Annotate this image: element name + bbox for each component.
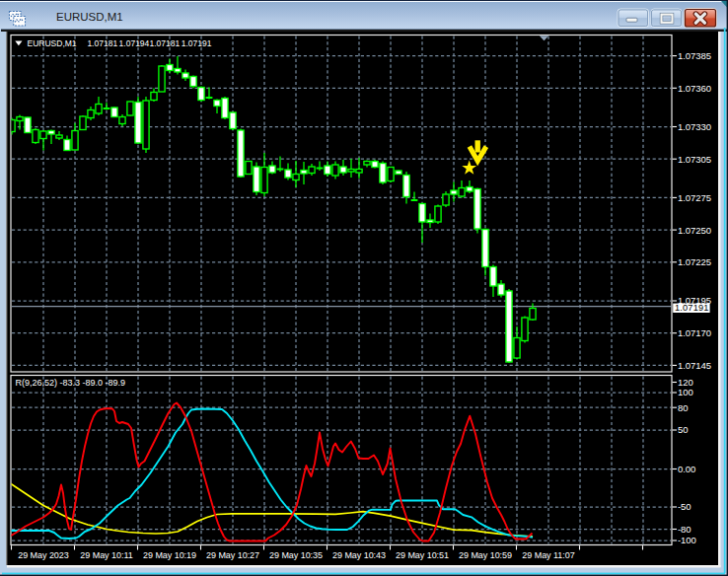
svg-text:1.07145: 1.07145 <box>678 360 711 371</box>
svg-text:1.07225: 1.07225 <box>678 256 711 267</box>
svg-text:1.07170: 1.07170 <box>678 327 711 338</box>
svg-text:1.07191: 1.07191 <box>675 303 709 313</box>
svg-text:29 May 10:43: 29 May 10:43 <box>332 550 386 560</box>
svg-text:EURUSD,M1: EURUSD,M1 <box>56 11 123 23</box>
svg-text:1.07360: 1.07360 <box>678 83 711 94</box>
svg-text:29 May 10:59: 29 May 10:59 <box>459 550 512 560</box>
svg-text:120: 120 <box>678 377 693 388</box>
svg-text:-50: -50 <box>678 501 692 512</box>
svg-text:1.07330: 1.07330 <box>678 121 711 132</box>
svg-text:0.00: 0.00 <box>678 464 695 474</box>
svg-text:1.07250: 1.07250 <box>678 225 711 236</box>
svg-text:29 May 10:35: 29 May 10:35 <box>269 550 323 560</box>
svg-text:29 May 10:19: 29 May 10:19 <box>143 550 196 560</box>
svg-text:100: 100 <box>678 387 693 397</box>
svg-text:80: 80 <box>678 402 688 413</box>
svg-text:29 May 10:51: 29 May 10:51 <box>396 550 449 560</box>
svg-text:1.07385: 1.07385 <box>678 50 711 61</box>
svg-text:50: 50 <box>678 424 688 435</box>
svg-text:29 May 10:27: 29 May 10:27 <box>206 550 259 560</box>
svg-text:1.07305: 1.07305 <box>678 154 711 165</box>
svg-text:-80: -80 <box>678 524 692 535</box>
svg-text:29 May 10:11: 29 May 10:11 <box>80 550 132 560</box>
svg-text:EURUSD,M1: EURUSD,M1 <box>28 38 77 48</box>
svg-text:1.071811.071941.071811.07191: 1.071811.071941.071811.07191 <box>87 38 211 48</box>
svg-text:29 May 2023: 29 May 2023 <box>18 550 69 560</box>
svg-text:29 May 11:07: 29 May 11:07 <box>522 550 574 560</box>
svg-text:R(9,26,52) -83.3 -89.0 -89.9: R(9,26,52) -83.3 -89.0 -89.9 <box>16 378 126 388</box>
svg-text:-100: -100 <box>678 535 696 545</box>
svg-text:1.07275: 1.07275 <box>678 192 711 203</box>
